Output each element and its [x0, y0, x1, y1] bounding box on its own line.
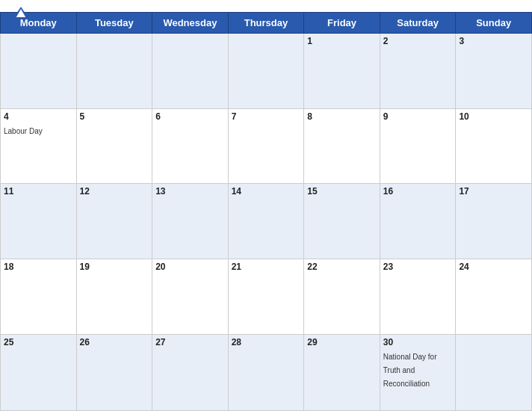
day-number: 2: [383, 36, 453, 46]
weekday-header-sunday: Sunday: [456, 13, 532, 34]
calendar-week-row: 252627282930National Day for Truth and R…: [1, 334, 532, 410]
calendar-day-cell: 17: [456, 184, 532, 259]
day-number: 7: [232, 111, 301, 122]
weekday-header-saturday: Saturday: [380, 13, 456, 34]
weekday-header-tuesday: Tuesday: [76, 13, 152, 34]
calendar-day-cell: 25: [1, 334, 77, 410]
day-number: 29: [307, 337, 377, 347]
day-number: 11: [4, 186, 73, 197]
calendar-day-cell: 10: [456, 108, 532, 184]
logo-icon: [13, 7, 28, 17]
calendar-day-cell: [456, 334, 532, 410]
weekday-header-row: MondayTuesdayWednesdayThursdayFridaySatu…: [1, 13, 532, 34]
day-number: 18: [4, 262, 73, 272]
calendar-header: [0, 0, 532, 12]
day-number: 12: [80, 186, 149, 197]
calendar-day-cell: 19: [76, 259, 152, 335]
calendar-week-row: 18192021222324: [1, 259, 532, 335]
day-number: 8: [307, 111, 377, 122]
weekday-header-friday: Friday: [304, 13, 380, 34]
calendar-day-cell: 5: [76, 108, 152, 184]
day-number: 22: [307, 262, 377, 272]
calendar-day-cell: 29: [304, 334, 380, 410]
calendar-day-cell: 23: [380, 259, 456, 335]
day-number: 16: [383, 186, 453, 197]
day-number: 3: [459, 36, 528, 46]
calendar-table: MondayTuesdayWednesdayThursdayFridaySatu…: [0, 12, 532, 411]
day-number: 5: [80, 111, 149, 122]
weekday-header-wednesday: Wednesday: [152, 13, 229, 34]
logo: [12, 6, 28, 17]
calendar-day-cell: 2: [380, 34, 456, 109]
calendar-day-cell: 28: [228, 334, 304, 410]
calendar-day-cell: 3: [456, 34, 532, 109]
day-number: 1: [307, 36, 377, 46]
day-number: 14: [232, 186, 301, 197]
calendar-day-cell: 30National Day for Truth and Reconciliat…: [380, 334, 456, 410]
day-number: 25: [4, 337, 73, 347]
calendar-day-cell: [76, 34, 152, 109]
day-number: 26: [80, 337, 149, 347]
day-number: 15: [307, 186, 377, 197]
day-number: 21: [232, 262, 301, 272]
calendar-day-cell: 21: [228, 259, 304, 335]
day-event: National Day for Truth and Reconciliatio…: [383, 353, 437, 388]
day-event: Labour Day: [4, 127, 43, 135]
calendar-day-cell: 9: [380, 108, 456, 184]
day-number: 6: [155, 111, 225, 122]
day-number: 4: [4, 111, 73, 122]
calendar-day-cell: 11: [1, 184, 77, 259]
logo-blue-text: [12, 6, 28, 17]
calendar-day-cell: 4Labour Day: [1, 108, 77, 184]
day-number: 19: [80, 262, 149, 272]
calendar-day-cell: 18: [1, 259, 77, 335]
day-number: 13: [155, 186, 225, 197]
calendar-day-cell: [1, 34, 77, 109]
calendar-day-cell: [152, 34, 229, 109]
calendar-day-cell: 13: [152, 184, 229, 259]
day-number: 24: [459, 262, 528, 272]
calendar-week-row: 4Labour Day5678910: [1, 108, 532, 184]
calendar-day-cell: 12: [76, 184, 152, 259]
calendar-week-row: 11121314151617: [1, 184, 532, 259]
calendar-day-cell: 24: [456, 259, 532, 335]
day-number: 17: [459, 186, 528, 197]
calendar-day-cell: 7: [228, 108, 304, 184]
calendar-day-cell: [228, 34, 304, 109]
calendar-day-cell: 1: [304, 34, 380, 109]
weekday-header-thursday: Thursday: [228, 13, 304, 34]
day-number: 9: [383, 111, 453, 122]
calendar-day-cell: 15: [304, 184, 380, 259]
day-number: 10: [459, 111, 528, 122]
day-number: 20: [155, 262, 225, 272]
calendar-day-cell: 27: [152, 334, 229, 410]
calendar-wrapper: MondayTuesdayWednesdayThursdayFridaySatu…: [0, 0, 532, 411]
calendar-day-cell: 16: [380, 184, 456, 259]
calendar-day-cell: 14: [228, 184, 304, 259]
calendar-day-cell: 26: [76, 334, 152, 410]
day-number: 27: [155, 337, 225, 347]
calendar-week-row: 123: [1, 34, 532, 109]
calendar-day-cell: 22: [304, 259, 380, 335]
calendar-day-cell: 6: [152, 108, 229, 184]
calendar-day-cell: 20: [152, 259, 229, 335]
calendar-day-cell: 8: [304, 108, 380, 184]
day-number: 28: [232, 337, 301, 347]
day-number: 30: [383, 337, 453, 347]
day-number: 23: [383, 262, 453, 272]
